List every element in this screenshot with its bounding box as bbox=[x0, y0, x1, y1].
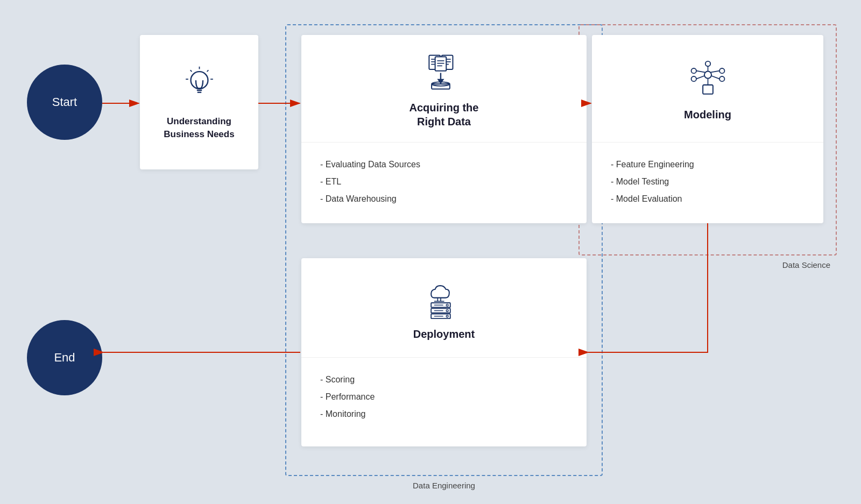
acquiring-item-3: - Data Warehousing bbox=[320, 190, 568, 208]
modeling-card: Modeling - Feature Engineering - Model T… bbox=[592, 35, 823, 223]
svg-point-41 bbox=[446, 304, 448, 306]
modeling-details: - Feature Engineering - Model Testing - … bbox=[592, 143, 823, 221]
end-circle: End bbox=[27, 320, 102, 395]
modeling-top: Modeling bbox=[592, 35, 823, 143]
deployment-icon bbox=[422, 278, 465, 321]
lightbulb-icon bbox=[178, 64, 221, 107]
svg-line-35 bbox=[711, 76, 719, 79]
business-needs-title: UnderstandingBusiness Needs bbox=[164, 115, 234, 141]
data-acquisition-icon bbox=[422, 51, 465, 94]
svg-point-32 bbox=[719, 68, 724, 73]
modeling-item-3: - Model Evaluation bbox=[611, 190, 804, 208]
modeling-item-1: - Feature Engineering bbox=[611, 156, 804, 173]
data-engineering-label: Data Engineering bbox=[413, 481, 475, 490]
acquiring-item-1: - Evaluating Data Sources bbox=[320, 156, 568, 173]
modeling-title: Modeling bbox=[684, 108, 731, 122]
acquiring-data-title: Acquiring theRight Data bbox=[410, 101, 479, 129]
business-needs-card: UnderstandingBusiness Needs bbox=[140, 35, 258, 169]
svg-point-45 bbox=[446, 315, 448, 317]
svg-line-5 bbox=[190, 70, 192, 72]
svg-line-4 bbox=[207, 70, 208, 72]
svg-line-33 bbox=[711, 70, 719, 72]
start-circle: Start bbox=[27, 65, 102, 140]
svg-point-26 bbox=[705, 61, 710, 66]
data-science-label: Data Science bbox=[782, 260, 830, 269]
acquiring-data-top: Acquiring theRight Data bbox=[301, 35, 587, 143]
svg-point-0 bbox=[190, 72, 208, 89]
svg-line-29 bbox=[696, 70, 704, 72]
svg-line-31 bbox=[696, 76, 704, 79]
deployment-item-2: - Performance bbox=[320, 388, 568, 406]
deployment-details: - Scoring - Performance - Monitoring bbox=[301, 358, 587, 436]
acquiring-item-2: - ETL bbox=[320, 173, 568, 190]
deployment-item-1: - Scoring bbox=[320, 371, 568, 388]
svg-point-28 bbox=[691, 68, 696, 73]
svg-rect-24 bbox=[703, 84, 713, 94]
modeling-item-2: - Model Testing bbox=[611, 173, 804, 190]
acquiring-data-card: Acquiring theRight Data - Evaluating Dat… bbox=[301, 35, 587, 223]
svg-rect-16 bbox=[435, 56, 446, 70]
svg-point-43 bbox=[446, 310, 448, 312]
end-label: End bbox=[54, 351, 75, 365]
deployment-item-3: - Monitoring bbox=[320, 406, 568, 423]
svg-point-30 bbox=[691, 76, 696, 81]
svg-point-25 bbox=[704, 71, 711, 78]
deployment-card: Deployment - Scoring - Performance - Mon… bbox=[301, 258, 587, 446]
svg-point-34 bbox=[719, 76, 724, 81]
deployment-top: Deployment bbox=[301, 258, 587, 358]
acquiring-data-details: - Evaluating Data Sources - ETL - Data W… bbox=[301, 143, 587, 221]
deployment-title: Deployment bbox=[413, 327, 475, 341]
diagram-container: Data Engineering Data Science Start End bbox=[0, 0, 861, 504]
modeling-icon bbox=[686, 58, 729, 101]
start-label: Start bbox=[52, 95, 77, 109]
